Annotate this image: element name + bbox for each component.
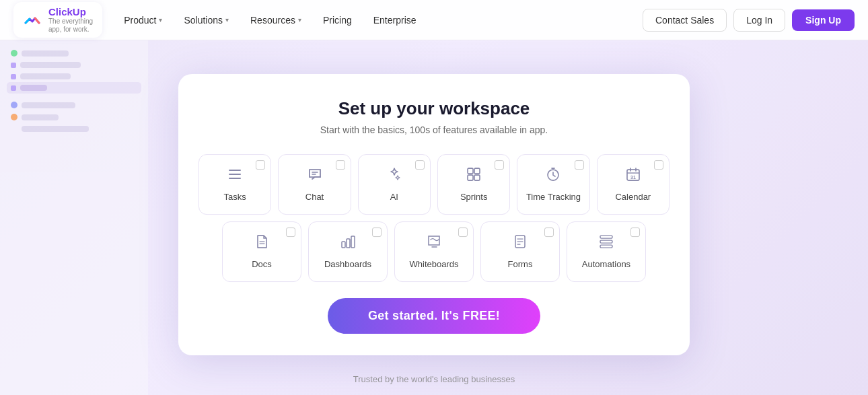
ai-label: AI <box>390 192 398 202</box>
logo-text-area: ClickUp The everythingapp, for work. <box>48 6 93 34</box>
nav-right: Contact Sales Log In Sign Up <box>643 9 855 32</box>
svg-rect-8 <box>474 175 480 180</box>
feature-ai[interactable]: AI <box>358 154 431 215</box>
docs-icon <box>254 234 270 254</box>
svg-rect-22 <box>600 240 612 243</box>
feature-docs[interactable]: Docs <box>222 221 301 282</box>
feature-checkbox-whiteboards[interactable] <box>458 227 468 237</box>
modal-title: Set up your workspace <box>198 98 670 119</box>
svg-rect-23 <box>600 245 612 248</box>
nav-product[interactable]: Product ▾ <box>114 10 172 30</box>
time-tracking-icon <box>545 166 561 186</box>
chat-label: Chat <box>305 192 324 202</box>
feature-dashboards[interactable]: Dashboards <box>308 221 388 282</box>
logo-brand: ClickUp <box>48 6 93 17</box>
feature-checkbox-time-tracking[interactable] <box>575 160 584 170</box>
feature-checkbox-forms[interactable] <box>544 227 554 237</box>
feature-checkbox-calendar[interactable] <box>654 160 663 170</box>
docs-label: Docs <box>252 259 272 269</box>
chevron-icon: ▾ <box>298 16 301 24</box>
bg-sidebar <box>0 40 148 395</box>
sprints-label: Sprints <box>460 192 487 202</box>
tasks-icon <box>227 166 243 186</box>
nav-resources[interactable]: Resources ▾ <box>241 10 311 30</box>
signup-button[interactable]: Sign Up <box>792 9 855 31</box>
nav-solutions[interactable]: Solutions ▾ <box>174 10 238 30</box>
dashboards-label: Dashboards <box>324 259 371 269</box>
svg-rect-6 <box>474 168 480 174</box>
forms-icon <box>512 234 528 254</box>
tasks-label: Tasks <box>224 192 246 202</box>
svg-rect-0 <box>229 170 241 171</box>
calendar-label: Calendar <box>615 192 651 202</box>
svg-rect-7 <box>468 175 473 180</box>
automations-label: Automations <box>582 259 630 269</box>
feature-calendar[interactable]: 31 Calendar <box>597 154 670 215</box>
feature-automations[interactable]: Automations <box>567 221 646 282</box>
feature-checkbox-sprints[interactable] <box>495 160 504 170</box>
sprints-icon <box>466 166 482 186</box>
nav-links: Product ▾ Solutions ▾ Resources ▾ Pricin… <box>114 10 637 30</box>
forms-label: Forms <box>508 259 533 269</box>
trusted-text: Trusted by the world's leading businesse… <box>353 374 515 384</box>
svg-rect-21 <box>600 236 612 238</box>
svg-rect-1 <box>229 174 241 175</box>
workspace-setup-modal: Set up your workspace Start with the bas… <box>178 74 690 355</box>
svg-rect-2 <box>229 178 241 179</box>
calendar-icon: 31 <box>625 166 641 186</box>
features-row-1: Tasks Chat AI Sprints <box>198 154 670 215</box>
navbar: ClickUp The everythingapp, for work. Pro… <box>0 0 868 40</box>
svg-text:31: 31 <box>630 175 636 180</box>
dashboards-icon <box>340 234 356 254</box>
whiteboards-icon <box>426 234 442 254</box>
feature-sprints[interactable]: Sprints <box>437 154 510 215</box>
get-started-button[interactable]: Get started. It's FREE! <box>328 298 540 334</box>
ai-icon <box>386 166 402 186</box>
clickup-logo-icon <box>23 11 42 30</box>
features-row-2: Docs Dashboards Whiteboards Forms <box>198 221 670 282</box>
feature-forms[interactable]: Forms <box>480 221 560 282</box>
feature-checkbox-chat[interactable] <box>336 160 345 170</box>
feature-whiteboards[interactable]: Whiteboards <box>394 221 474 282</box>
svg-rect-16 <box>351 236 355 248</box>
feature-checkbox-automations[interactable] <box>630 227 640 237</box>
feature-checkbox-ai[interactable] <box>415 160 425 170</box>
time-tracking-label: Time Tracking <box>526 192 581 202</box>
login-button[interactable]: Log In <box>733 9 785 32</box>
feature-tasks[interactable]: Tasks <box>198 154 271 215</box>
whiteboards-label: Whiteboards <box>410 259 459 269</box>
logo-area[interactable]: ClickUp The everythingapp, for work. <box>13 2 102 38</box>
svg-rect-5 <box>468 168 473 174</box>
chat-icon <box>307 166 323 186</box>
contact-sales-button[interactable]: Contact Sales <box>643 9 727 32</box>
feature-time-tracking[interactable]: Time Tracking <box>517 154 589 215</box>
feature-checkbox-tasks[interactable] <box>256 160 265 170</box>
feature-checkbox-docs[interactable] <box>286 227 295 237</box>
cta-area: Get started. It's FREE! <box>198 298 670 334</box>
svg-rect-15 <box>347 239 350 248</box>
logo-tagline: The everythingapp, for work. <box>48 17 93 34</box>
automations-icon <box>598 234 614 254</box>
modal-subtitle: Start with the basics, 100s of features … <box>198 124 670 135</box>
chevron-icon: ▾ <box>225 16 229 24</box>
nav-enterprise[interactable]: Enterprise <box>364 10 426 30</box>
feature-chat[interactable]: Chat <box>278 154 351 215</box>
feature-checkbox-dashboards[interactable] <box>372 227 382 237</box>
svg-rect-14 <box>342 242 345 248</box>
chevron-icon: ▾ <box>159 16 162 24</box>
nav-pricing[interactable]: Pricing <box>314 10 361 30</box>
